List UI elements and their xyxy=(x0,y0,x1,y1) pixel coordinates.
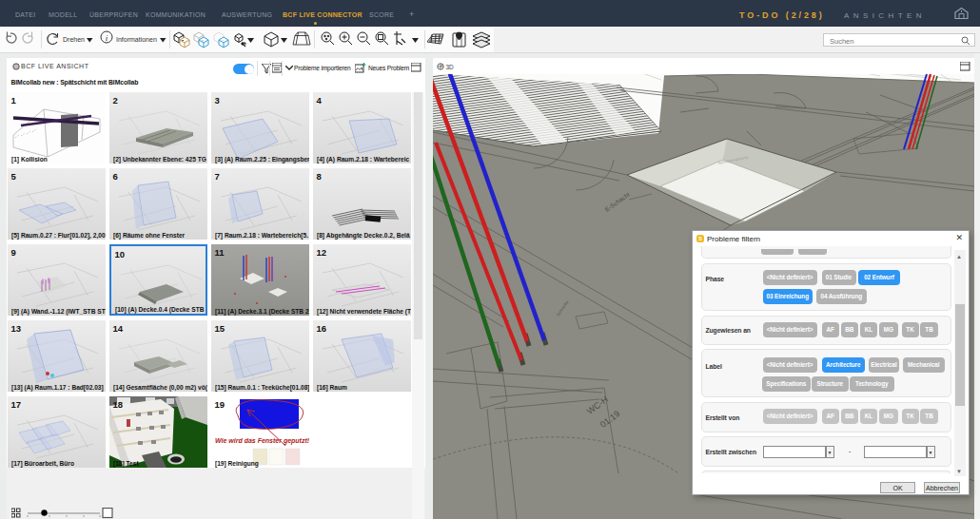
svg-text:i: i xyxy=(106,33,108,43)
svg-text:Wie wird das Fenster geputzt!: Wie wird das Fenster geputzt! xyxy=(215,437,309,445)
